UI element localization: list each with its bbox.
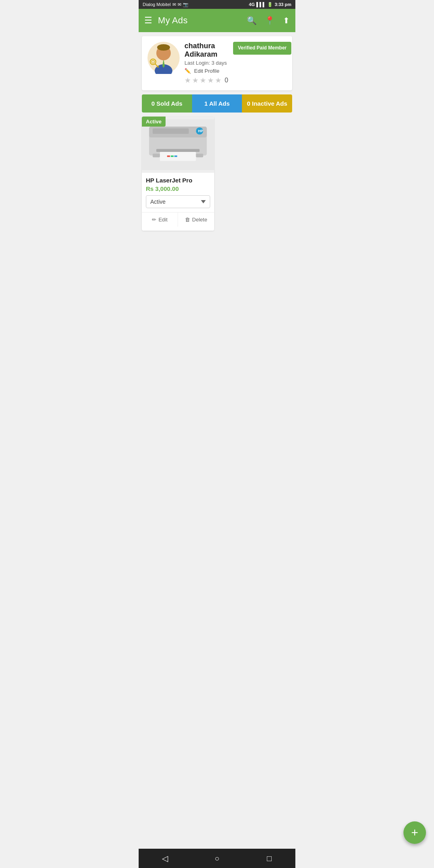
camera-icon: 📷 <box>183 2 188 7</box>
pencil-icon: ✏ <box>152 217 156 223</box>
topbar-actions: 🔍 📍 ⬆ <box>247 16 290 25</box>
sold-ads-tab[interactable]: 0 Sold Ads <box>142 94 192 113</box>
star-5: ★ <box>215 76 221 85</box>
verified-badge: Verified Paid Member <box>233 42 291 55</box>
status-left: Dialog Mobitel ✉ ✉ 📷 <box>143 2 188 7</box>
svg-text:HP: HP <box>198 129 203 133</box>
svg-rect-12 <box>153 129 189 134</box>
svg-rect-21 <box>196 154 203 157</box>
edit-profile-wrap: ✏️ Edit Profile <box>184 68 228 74</box>
delete-label: Delete <box>192 217 207 223</box>
mail-icon: ✉ <box>172 2 176 7</box>
svg-rect-17 <box>167 156 170 157</box>
battery-icon: 🔋 <box>267 2 273 7</box>
profile-info: chathura Adikaram Last Login: 3 days ✏️ … <box>184 42 228 85</box>
menu-button[interactable]: ☰ <box>144 15 152 26</box>
last-login-text: Last Login: 3 days <box>184 60 227 66</box>
star-1: ★ <box>184 76 191 85</box>
rating-count: 0 <box>225 77 228 84</box>
ad-card-1: Active HP <box>142 117 214 231</box>
svg-rect-15 <box>156 149 200 152</box>
stats-row: 0 Sold Ads 1 All Ads 0 Inactive Ads <box>142 94 292 113</box>
all-ads-tab[interactable]: 1 All Ads <box>192 94 242 113</box>
star-3: ★ <box>200 76 206 85</box>
svg-point-4 <box>157 44 170 51</box>
inactive-ads-tab[interactable]: 0 Inactive Ads <box>242 94 292 113</box>
avatar <box>147 42 180 74</box>
ad-status-select[interactable]: Active Inactive Sold <box>146 195 210 208</box>
edit-icon: ✏️ <box>184 68 191 74</box>
edit-profile-button[interactable]: Edit Profile <box>194 68 219 74</box>
search-button[interactable]: 🔍 <box>247 16 257 25</box>
page-title: My Ads <box>158 15 247 26</box>
svg-rect-16 <box>160 152 196 161</box>
active-badge: Active <box>142 117 166 127</box>
location-button[interactable]: 📍 <box>265 16 275 25</box>
ad-price: Rs 3,000.00 <box>146 185 210 192</box>
svg-rect-18 <box>171 156 174 157</box>
signal-icon: ▌▌▌ <box>256 2 266 7</box>
profile-name: chathura Adikaram <box>184 42 228 59</box>
status-bar: Dialog Mobitel ✉ ✉ 📷 4G ▌▌▌ 🔋 3:33 pm <box>139 0 295 9</box>
edit-label: Edit <box>158 217 167 223</box>
ad-title: HP LaserJet Pro <box>146 177 210 184</box>
carrier-text: Dialog Mobitel <box>143 2 171 7</box>
edit-ad-button[interactable]: ✏ Edit <box>142 213 178 227</box>
svg-rect-20 <box>153 154 160 157</box>
status-right: 4G ▌▌▌ 🔋 3:33 pm <box>249 2 291 7</box>
topbar: ☰ My Ads 🔍 📍 ⬆ <box>139 9 295 32</box>
trash-icon: 🗑 <box>185 217 190 223</box>
ad-image-wrap: Active HP <box>142 117 214 173</box>
network-text: 4G <box>249 2 255 7</box>
profile-card: chathura Adikaram Last Login: 3 days ✏️ … <box>142 36 292 90</box>
ads-container: Active HP <box>139 117 295 235</box>
svg-rect-19 <box>174 156 177 157</box>
delete-ad-button[interactable]: 🗑 Delete <box>178 213 214 227</box>
rating-stars: ★ ★ ★ ★ ★ 0 <box>184 76 228 85</box>
star-4: ★ <box>207 76 214 85</box>
star-2: ★ <box>192 76 199 85</box>
mail2-icon: ✉ <box>178 2 181 7</box>
ad-body: HP LaserJet Pro Rs 3,000.00 Active Inact… <box>142 173 214 231</box>
share-button[interactable]: ⬆ <box>283 16 290 25</box>
profile-meta: Last Login: 3 days <box>184 60 228 66</box>
ad-actions: ✏ Edit 🗑 Delete <box>142 212 214 227</box>
time-text: 3:33 pm <box>274 2 291 7</box>
